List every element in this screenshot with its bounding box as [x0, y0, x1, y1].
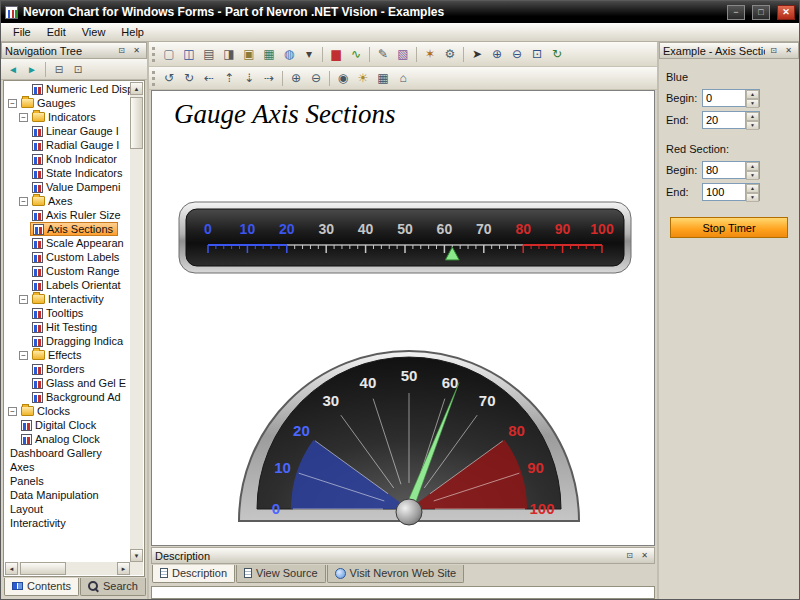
- spin-up-icon[interactable]: ▲: [746, 162, 759, 171]
- tree-item-clocks[interactable]: −Clocks: [5, 404, 130, 418]
- collapse-all-icon[interactable]: ⊟: [50, 61, 68, 78]
- zoom-out-icon[interactable]: ⊖: [306, 69, 326, 88]
- tree-item-radial-gauge-i[interactable]: Radial Gauge I: [5, 138, 130, 152]
- new-document-icon[interactable]: ▢: [159, 45, 179, 64]
- pan-right-icon[interactable]: ⇢: [259, 69, 279, 88]
- save-icon[interactable]: ◫: [179, 45, 199, 64]
- zoom-window-icon[interactable]: ⊡: [527, 45, 547, 64]
- tree-item-dashboard-gallery[interactable]: Dashboard Gallery: [5, 446, 130, 460]
- tree-item-value-dampeni[interactable]: Value Dampeni: [5, 180, 130, 194]
- desc-tab-view-source[interactable]: View Source: [236, 565, 326, 583]
- tree-item-custom-labels[interactable]: Custom Labels: [5, 250, 130, 264]
- red-end-input[interactable]: [703, 184, 745, 200]
- tree-item-tooltips[interactable]: Tooltips: [5, 306, 130, 320]
- scroll-down-icon[interactable]: ▼: [130, 549, 143, 562]
- red-end-spinner[interactable]: ▲ ▼: [702, 183, 760, 201]
- tree-item-dragging-indica[interactable]: Dragging Indica: [5, 334, 130, 348]
- tree-item-digital-clock[interactable]: Digital Clock: [5, 418, 130, 432]
- grid-icon[interactable]: ▦: [373, 69, 393, 88]
- rotate-right-icon[interactable]: ↻: [179, 69, 199, 88]
- tree-item-scale-appearan[interactable]: Scale Appearan: [5, 236, 130, 250]
- refresh-icon[interactable]: ↻: [547, 45, 567, 64]
- dropdown-arrow-icon[interactable]: ▾: [299, 45, 319, 64]
- tree-item-labels-orientat[interactable]: Labels Orientat: [5, 278, 130, 292]
- spin-down-icon[interactable]: ▼: [746, 193, 759, 202]
- tree-item-panels[interactable]: Panels: [5, 474, 130, 488]
- settings-icon[interactable]: ⚙: [440, 45, 460, 64]
- menu-item-view[interactable]: View: [74, 24, 114, 40]
- zoom-out-icon[interactable]: ⊖: [507, 45, 527, 64]
- blue-begin-spinner[interactable]: ▲ ▼: [702, 89, 760, 107]
- lighting-icon[interactable]: ☀: [353, 69, 373, 88]
- tree-item-axes[interactable]: −Axes: [5, 194, 130, 208]
- tree-item-glass-and-gel-e[interactable]: Glass and Gel E: [5, 376, 130, 390]
- scroll-up-icon[interactable]: ▲: [130, 82, 143, 95]
- tree-item-state-indicators[interactable]: State Indicators: [5, 166, 130, 180]
- tree-expander-icon[interactable]: −: [19, 197, 28, 206]
- reset-view-icon[interactable]: ⌂: [393, 69, 413, 88]
- print-icon[interactable]: ▤: [199, 45, 219, 64]
- forward-icon[interactable]: ►: [23, 61, 41, 78]
- blue-end-input[interactable]: [703, 112, 745, 128]
- zoom-in-icon[interactable]: ⊕: [286, 69, 306, 88]
- scrollbar-thumb[interactable]: [130, 97, 143, 149]
- tree-expander-icon[interactable]: −: [19, 295, 28, 304]
- pointer-tool-icon[interactable]: ➤: [467, 45, 487, 64]
- tree-item-effects[interactable]: −Effects: [5, 348, 130, 362]
- zoom-in-icon[interactable]: ⊕: [487, 45, 507, 64]
- tree-item-axis-sections[interactable]: Axis Sections: [5, 222, 130, 236]
- close-icon[interactable]: ✕: [782, 44, 795, 57]
- minimize-button[interactable]: −: [727, 5, 745, 20]
- pan-left-icon[interactable]: ⇠: [199, 69, 219, 88]
- tree-item-analog-clock[interactable]: Analog Clock: [5, 432, 130, 446]
- tree-item-layout[interactable]: Layout: [5, 502, 130, 516]
- maximize-button[interactable]: □: [752, 5, 770, 20]
- tree-item-data-manipulation[interactable]: Data Manipulation: [5, 488, 130, 502]
- tree-item-background-ad[interactable]: Background Ad: [5, 390, 130, 404]
- desc-tab-visit-nevron-web-site[interactable]: Visit Nevron Web Site: [327, 565, 465, 583]
- nav-tab-contents[interactable]: Contents: [4, 578, 79, 596]
- menu-item-help[interactable]: Help: [113, 24, 152, 40]
- spin-down-icon[interactable]: ▼: [746, 171, 759, 180]
- tree-item-knob-indicator[interactable]: Knob Indicator: [5, 152, 130, 166]
- pin-icon[interactable]: ⊡: [623, 549, 636, 562]
- close-icon[interactable]: ✕: [638, 549, 651, 562]
- red-begin-input[interactable]: [703, 162, 745, 178]
- blue-end-spinner[interactable]: ▲ ▼: [702, 111, 760, 129]
- camera-icon[interactable]: ◉: [333, 69, 353, 88]
- scrollbar-thumb[interactable]: [20, 562, 66, 575]
- menu-item-file[interactable]: File: [5, 24, 39, 40]
- tree-expander-icon[interactable]: −: [19, 351, 28, 360]
- tree-expander-icon[interactable]: −: [8, 99, 17, 108]
- tree-item-borders[interactable]: Borders: [5, 362, 130, 376]
- web-export-icon[interactable]: ◍: [279, 45, 299, 64]
- scroll-left-icon[interactable]: ◄: [5, 562, 18, 575]
- export-image-icon[interactable]: ▦: [259, 45, 279, 64]
- tree-vertical-scrollbar[interactable]: ▲ ▼: [130, 82, 143, 562]
- bar-chart-icon[interactable]: ▆: [326, 45, 346, 64]
- pin-icon[interactable]: ⊡: [767, 44, 780, 57]
- red-begin-spinner[interactable]: ▲ ▼: [702, 161, 760, 179]
- tree-item-gauges[interactable]: −Gauges: [5, 96, 130, 110]
- tree-item-hit-testing[interactable]: Hit Testing: [5, 320, 130, 334]
- spin-down-icon[interactable]: ▼: [746, 99, 759, 108]
- edit-icon[interactable]: ✎: [373, 45, 393, 64]
- desc-tab-description[interactable]: Description: [152, 565, 235, 583]
- sync-icon[interactable]: ⊡: [69, 61, 87, 78]
- wizard-icon[interactable]: ✶: [420, 45, 440, 64]
- print-preview-icon[interactable]: ◨: [219, 45, 239, 64]
- rotate-left-icon[interactable]: ↺: [159, 69, 179, 88]
- pan-up-icon[interactable]: ⇡: [219, 69, 239, 88]
- nav-tab-search[interactable]: Search: [80, 578, 146, 596]
- close-button[interactable]: ✕: [777, 5, 795, 20]
- tree-item-custom-range[interactable]: Custom Range: [5, 264, 130, 278]
- spin-up-icon[interactable]: ▲: [746, 184, 759, 193]
- tree-expander-icon[interactable]: −: [8, 407, 17, 416]
- spin-up-icon[interactable]: ▲: [746, 112, 759, 121]
- tree-item-axis-ruler-size[interactable]: Axis Ruler Size: [5, 208, 130, 222]
- tree-item-numeric-led-displa[interactable]: Numeric Led Displa: [5, 82, 130, 96]
- copy-icon[interactable]: ▣: [239, 45, 259, 64]
- tree-item-indicators[interactable]: −Indicators: [5, 110, 130, 124]
- blue-begin-input[interactable]: [703, 90, 745, 106]
- chart-canvas[interactable]: Gauge Axis Sections 01020304050607080901…: [151, 90, 655, 546]
